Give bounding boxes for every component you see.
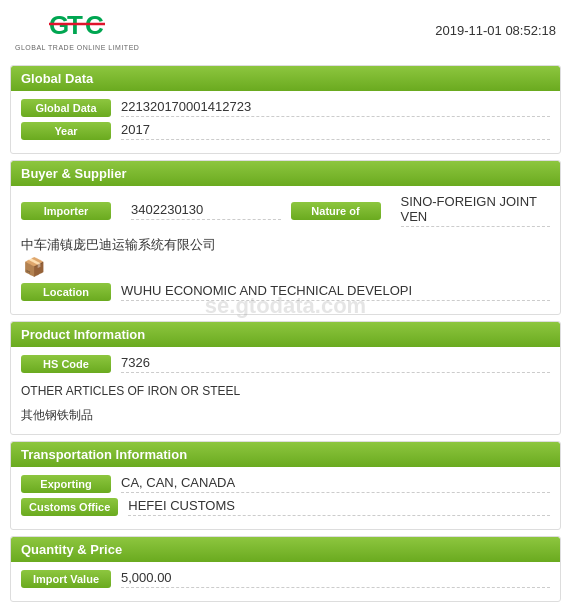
field-row-importer: Importer 3402230130 Nature of SINO-FOREI… xyxy=(21,194,550,227)
section-product-information-header: Product Information xyxy=(11,322,560,347)
header: G T C GLOBAL TRADE ONLINE LIMITED 2019-1… xyxy=(0,0,571,59)
field-row-global-data: Global Data 221320170001412723 xyxy=(21,99,550,117)
logo-area: G T C GLOBAL TRADE ONLINE LIMITED xyxy=(15,10,139,51)
section-global-data: Global Data Global Data 2213201700014127… xyxy=(10,65,561,154)
import-value-value: 5,000.00 xyxy=(121,570,550,588)
location-label: Location xyxy=(21,283,111,301)
field-row-location: Location WUHU ECONOMIC AND TECHNICAL DEV… xyxy=(21,283,550,301)
field-row-customs: Customs Office HEFEI CUSTOMS xyxy=(21,498,550,516)
importer-label: Importer xyxy=(21,202,111,220)
year-value: 2017 xyxy=(121,122,550,140)
hs-code-value: 7326 xyxy=(121,355,550,373)
field-row-import-value: Import Value 5,000.00 xyxy=(21,570,550,588)
timestamp: 2019-11-01 08:52:18 xyxy=(435,23,556,38)
field-row-exporting: Exporting CA, CAN, CANADA xyxy=(21,475,550,493)
section-global-data-body: Global Data 221320170001412723 Year 2017 xyxy=(11,91,560,153)
exporting-value: CA, CAN, CANADA xyxy=(121,475,550,493)
hs-code-label: HS Code xyxy=(21,355,111,373)
section-quantity-price-header: Quantity & Price xyxy=(11,537,560,562)
section-buyer-supplier: Buyer & Supplier Importer 3402230130 Nat… xyxy=(10,160,561,315)
nature-value: SINO-FOREIGN JOINT VEN xyxy=(401,194,551,227)
section-transportation-body: Exporting CA, CAN, CANADA Customs Office… xyxy=(11,467,560,529)
importer-group: Importer 3402230130 xyxy=(21,202,281,220)
section-quantity-price: Quantity & Price Import Value 5,000.00 xyxy=(10,536,561,602)
logo-icon: G T C xyxy=(47,10,107,42)
nature-group: Nature of SINO-FOREIGN JOINT VEN xyxy=(291,194,551,227)
global-data-label: Global Data xyxy=(21,99,111,117)
importer-value: 3402230130 xyxy=(131,202,281,220)
section-transportation: Transportation Information Exporting CA,… xyxy=(10,441,561,530)
field-row-year: Year 2017 xyxy=(21,122,550,140)
exporting-label: Exporting xyxy=(21,475,111,493)
section-buyer-supplier-body: Importer 3402230130 Nature of SINO-FOREI… xyxy=(11,186,560,314)
field-row-hs-code: HS Code 7326 xyxy=(21,355,550,373)
section-quantity-price-body: Import Value 5,000.00 xyxy=(11,562,560,601)
customs-value: HEFEI CUSTOMS xyxy=(128,498,550,516)
global-data-value: 221320170001412723 xyxy=(121,99,550,117)
company-name: 中车浦镇庞巴迪运输系统有限公司 xyxy=(21,232,550,256)
section-product-information-body: HS Code 7326 OTHER ARTICLES OF IRON OR S… xyxy=(11,347,560,434)
import-value-label: Import Value xyxy=(21,570,111,588)
section-transportation-header: Transportation Information xyxy=(11,442,560,467)
section-global-data-header: Global Data xyxy=(11,66,560,91)
location-value: WUHU ECONOMIC AND TECHNICAL DEVELOPI xyxy=(121,283,550,301)
hs-desc-cn: 其他钢铁制品 xyxy=(21,402,550,426)
logo-tagline: GLOBAL TRADE ONLINE LIMITED xyxy=(15,44,139,51)
hs-desc-en: OTHER ARTICLES OF IRON OR STEEL xyxy=(21,378,550,402)
customs-label: Customs Office xyxy=(21,498,118,516)
section-product-information: Product Information HS Code 7326 OTHER A… xyxy=(10,321,561,435)
nature-label: Nature of xyxy=(291,202,381,220)
section-buyer-supplier-header: Buyer & Supplier xyxy=(11,161,560,186)
package-icon: 📦 xyxy=(23,256,550,278)
year-label: Year xyxy=(21,122,111,140)
page-wrapper: G T C GLOBAL TRADE ONLINE LIMITED 2019-1… xyxy=(0,0,571,611)
